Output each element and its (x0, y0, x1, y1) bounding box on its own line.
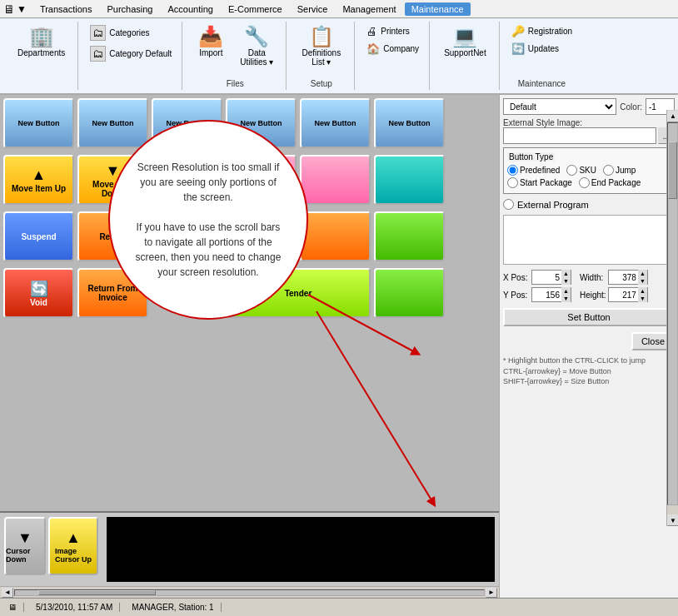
external-style-row: External Style Image: ... (503, 118, 675, 144)
departments-label: Departments (17, 48, 65, 57)
radio-jump[interactable] (603, 165, 614, 176)
xpos-down[interactable]: ▼ (561, 277, 571, 285)
supportnet-icon: 💻 (452, 27, 477, 47)
cursor-down-label: Cursor Down (6, 547, 44, 564)
scroll-track-h[interactable] (14, 589, 485, 596)
radio-row-2: Start Package End Package (507, 177, 671, 188)
btn-row3-4[interactable] (226, 211, 297, 261)
menu-accounting[interactable]: Accounting (162, 2, 220, 16)
menu-ecommerce[interactable]: E-Commerce (222, 2, 289, 16)
btn-row4-6[interactable] (374, 268, 445, 318)
btn-new-5[interactable]: New Button (300, 98, 371, 148)
btn-new-2[interactable]: New Button (77, 98, 148, 148)
ypos-spinbox[interactable]: ▲ ▼ (531, 287, 571, 302)
btn-row3-3[interactable] (152, 211, 222, 261)
btn-suspend[interactable]: Suspend (3, 211, 74, 261)
external-style-input[interactable] (503, 127, 656, 144)
btn-new-4[interactable]: New Button (226, 98, 297, 148)
radio-end-package[interactable] (579, 177, 590, 188)
radio-predefined[interactable] (507, 165, 518, 176)
text-preview-area[interactable] (503, 215, 675, 265)
height-spinbox[interactable]: ▲ ▼ (608, 287, 648, 302)
vertical-scrollbar[interactable]: ▲ ▼ (666, 110, 678, 526)
width-down[interactable]: ▼ (638, 277, 647, 285)
ribbon-btn-company[interactable]: 🏠 Company (363, 41, 422, 57)
scroll-thumb-h[interactable] (38, 590, 156, 595)
ribbon-btn-supportnet[interactable]: 💻 SupportNet (438, 23, 492, 61)
image-cursor-up-label: ImageCursor Up (55, 547, 92, 564)
ribbon-btn-import[interactable]: 📥 Import (191, 23, 231, 70)
btn-row3-6[interactable] (374, 211, 445, 261)
printers-label: Printers (381, 27, 409, 36)
btn-tender[interactable]: Tender (226, 268, 371, 318)
xpos-spinbox[interactable]: ▲ ▼ (531, 270, 571, 285)
xpos-up[interactable]: ▲ (561, 270, 571, 277)
menu-service[interactable]: Service (291, 2, 335, 16)
radio-start-package[interactable] (507, 177, 518, 188)
btn-move-item-down[interactable]: ▼ Move Item Down (77, 155, 148, 205)
btn-new-3[interactable]: New Button (152, 98, 222, 148)
content-area: New Button New Button New Button New But… (0, 95, 678, 598)
btn-cursor-down[interactable]: ▼ Cursor Down (4, 517, 46, 575)
ribbon-btn-definitions[interactable]: 📋 DefinitionsList ▾ (296, 23, 346, 70)
menu-bar: 🖥 ▼ Transactions Purchasing Accounting E… (0, 0, 678, 18)
ypos-label: Y Pos: (503, 291, 528, 300)
scroll-up-btn[interactable]: ▲ (667, 111, 678, 122)
btn-new-1[interactable]: New Button (3, 98, 74, 148)
btn-row3-5[interactable] (300, 211, 371, 261)
menu-purchasing[interactable]: Purchasing (100, 2, 159, 16)
height-input[interactable] (609, 290, 638, 301)
maintenance-group-label: Maintenance (518, 77, 566, 88)
scroll-track-v[interactable] (667, 122, 678, 505)
btn-move-item-up[interactable]: ▲ Move Item Up (3, 155, 74, 205)
bottom-left-buttons: ▼ Cursor Down ▲ ImageCursor Up (0, 513, 102, 586)
ypos-up[interactable]: ▲ (561, 287, 571, 295)
btn-row2-6[interactable] (374, 155, 445, 205)
scroll-thumb-v[interactable] (668, 142, 677, 199)
scroll-right-btn[interactable]: ► (486, 588, 497, 598)
horizontal-scrollbar[interactable]: ◄ ► (0, 586, 499, 598)
menu-management[interactable]: Management (336, 2, 402, 16)
scroll-left-btn[interactable]: ◄ (2, 588, 13, 598)
btn-return[interactable]: Return (77, 211, 148, 261)
scroll-down-btn[interactable]: ▼ (667, 514, 678, 526)
ypos-down[interactable]: ▼ (561, 295, 571, 302)
cursor-up-icon: ▲ (66, 529, 81, 547)
external-style-label: External Style Image: (503, 118, 675, 127)
ypos-input[interactable] (532, 290, 561, 301)
btn-new-6[interactable]: New Button (374, 98, 445, 148)
xpos-label: X Pos: (503, 273, 528, 282)
ribbon-btn-data-utilities[interactable]: 🔧 DataUtilities ▾ (234, 23, 279, 70)
radio-sku[interactable] (566, 165, 577, 176)
radio-external-program[interactable] (503, 199, 514, 210)
height-up[interactable]: ▲ (638, 287, 647, 295)
btn-row2-3[interactable] (152, 155, 222, 205)
ribbon-btn-printers[interactable]: 🖨 Printers (363, 23, 422, 39)
supportnet-label: SupportNet (444, 48, 486, 57)
btn-return-invoice[interactable]: Return From Invoice (77, 268, 148, 318)
height-down[interactable]: ▼ (638, 295, 647, 302)
ribbon-group-categories: 🗂 Categories 🗂 Category Default (80, 22, 182, 90)
btn-row2-4[interactable] (226, 155, 297, 205)
width-spinbox[interactable]: ▲ ▼ (608, 270, 648, 285)
menu-transactions[interactable]: Transactions (33, 2, 99, 16)
import-icon: 📥 (198, 27, 223, 47)
ribbon-btn-categories[interactable]: 🗂 Categories (87, 23, 175, 42)
ribbon-btn-registration[interactable]: 🔑 Registration (508, 23, 576, 39)
button-type-title: Button Type (507, 152, 555, 161)
ribbon-group-setup: 📋 DefinitionsList ▾ Setup (288, 22, 355, 90)
xpos-input[interactable] (532, 272, 561, 283)
btn-image-cursor-up[interactable]: ▲ ImageCursor Up (48, 517, 98, 575)
btn-void[interactable]: 🔄 Void (3, 268, 74, 318)
btn-row2-5[interactable] (300, 155, 371, 205)
ribbon-btn-updates[interactable]: 🔄 Updates (508, 41, 576, 57)
width-up[interactable]: ▲ (638, 270, 647, 277)
ribbon-btn-category-default[interactable]: 🗂 Category Default (87, 44, 175, 63)
ribbon-btn-departments[interactable]: 🏢 Departments (12, 23, 71, 61)
menu-maintenance[interactable]: Maintenance (405, 2, 471, 16)
up-arrow-icon: ▲ (32, 166, 47, 184)
style-row: Default Color: (503, 98, 675, 115)
width-input[interactable] (609, 272, 638, 283)
set-button-btn[interactable]: Set Button (503, 308, 675, 326)
style-dropdown[interactable]: Default (503, 98, 616, 115)
